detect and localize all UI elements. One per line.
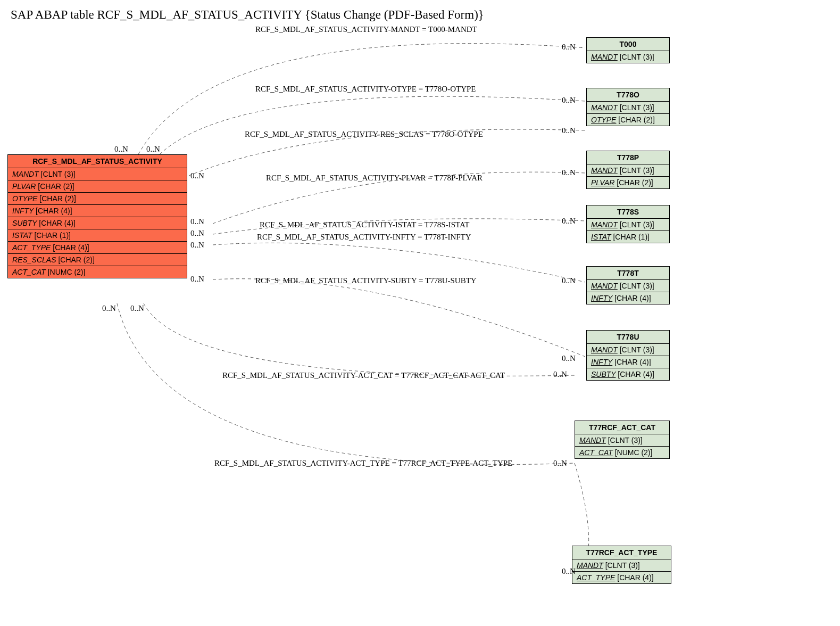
relationship-label: RCF_S_MDL_AF_STATUS_ACTIVITY-ACT_TYPE = …: [214, 459, 512, 468]
entity-target-field: INFTY [CHAR (4)]: [587, 356, 669, 368]
cardinality-label: 0..N: [553, 370, 567, 379]
entity-target-field: MANDT [CLNT (3)]: [587, 344, 669, 356]
entity-target-field: ACT_TYPE [CHAR (4)]: [572, 572, 671, 583]
entity-target: T77RCF_ACT_TYPEMANDT [CLNT (3)]ACT_TYPE …: [572, 546, 671, 584]
entity-target: T000MANDT [CLNT (3)]: [586, 37, 670, 63]
entity-target-field: MANDT [CLNT (3)]: [587, 102, 669, 114]
entity-main-field: INFTY [CHAR (4)]: [8, 205, 187, 217]
connectors-svg: [0, 0, 840, 626]
entity-target-field: MANDT [CLNT (3)]: [587, 219, 669, 231]
entity-target-header: T778U: [587, 331, 669, 344]
entity-main-field: MANDT [CLNT (3)]: [8, 168, 187, 180]
relationship-label: RCF_S_MDL_AF_STATUS_ACTIVITY-OTYPE = T77…: [255, 85, 476, 94]
entity-target: T778OMANDT [CLNT (3)]OTYPE [CHAR (2)]: [586, 88, 670, 126]
relationship-label: RCF_S_MDL_AF_STATUS_ACTIVITY-MANDT = T00…: [255, 25, 477, 34]
cardinality-label: 0..N: [130, 304, 144, 313]
cardinality-label: 0..N: [562, 96, 576, 105]
entity-target-header: T000: [587, 38, 669, 51]
cardinality-label: 0..N: [562, 168, 576, 177]
entity-target-field: OTYPE [CHAR (2)]: [587, 114, 669, 126]
entity-target-field: INFTY [CHAR (4)]: [587, 292, 669, 304]
cardinality-label: 0..N: [562, 276, 576, 285]
cardinality-label: 0..N: [190, 275, 204, 284]
entity-target-field: MANDT [CLNT (3)]: [572, 559, 671, 572]
entity-main: RCF_S_MDL_AF_STATUS_ACTIVITY MANDT [CLNT…: [7, 154, 187, 278]
entity-target: T778UMANDT [CLNT (3)]INFTY [CHAR (4)]SUB…: [586, 330, 670, 381]
entity-target: T778TMANDT [CLNT (3)]INFTY [CHAR (4)]: [586, 266, 670, 304]
relationship-label: RCF_S_MDL_AF_STATUS_ACTIVITY-ACT_CAT = T…: [222, 371, 505, 380]
cardinality-label: 0..N: [102, 304, 116, 313]
cardinality-label: 0..N: [190, 217, 204, 226]
entity-target-field: ACT_CAT [NUMC (2)]: [575, 447, 669, 458]
cardinality-label: 0..N: [562, 43, 576, 52]
entity-target-header: T778O: [587, 88, 669, 102]
entity-target-header: T77RCF_ACT_CAT: [575, 421, 669, 434]
cardinality-label: 0..N: [562, 126, 576, 135]
entity-main-field: ACT_TYPE [CHAR (4)]: [8, 242, 187, 254]
entity-target-field: SUBTY [CHAR (4)]: [587, 368, 669, 380]
relationship-label: RCF_S_MDL_AF_STATUS_ACTIVITY-RES_SCLAS =…: [245, 130, 483, 139]
cardinality-label: 0..N: [190, 171, 204, 180]
entity-target-field: MANDT [CLNT (3)]: [587, 51, 669, 63]
entity-target-field: ISTAT [CHAR (1)]: [587, 231, 669, 243]
entity-target-field: MANDT [CLNT (3)]: [587, 280, 669, 292]
cardinality-label: 0..N: [562, 354, 576, 363]
cardinality-label: 0..N: [553, 459, 567, 468]
entity-target-field: PLVAR [CHAR (2)]: [587, 177, 669, 188]
entity-target-header: T778P: [587, 151, 669, 164]
relationship-label: RCF_S_MDL_AF_STATUS_ACTIVITY-SUBTY = T77…: [255, 276, 477, 285]
entity-target-header: T77RCF_ACT_TYPE: [572, 546, 671, 559]
cardinality-label: 0..N: [562, 217, 576, 226]
entity-target-field: MANDT [CLNT (3)]: [587, 164, 669, 177]
entity-main-field: SUBTY [CHAR (4)]: [8, 217, 187, 229]
cardinality-label: 0..N: [114, 145, 128, 154]
cardinality-label: 0..N: [146, 145, 160, 154]
entity-main-header: RCF_S_MDL_AF_STATUS_ACTIVITY: [8, 155, 187, 168]
page-title: SAP ABAP table RCF_S_MDL_AF_STATUS_ACTIV…: [11, 8, 835, 22]
entity-main-field: RES_SCLAS [CHAR (2)]: [8, 254, 187, 266]
cardinality-label: 0..N: [190, 241, 204, 250]
relationship-label: RCF_S_MDL_AF_STATUS_ACTIVITY-INFTY = T77…: [257, 233, 471, 242]
entity-target: T778SMANDT [CLNT (3)]ISTAT [CHAR (1)]: [586, 205, 670, 243]
entity-main-field: OTYPE [CHAR (2)]: [8, 193, 187, 205]
entity-target-field: MANDT [CLNT (3)]: [575, 434, 669, 447]
relationship-label: RCF_S_MDL_AF_STATUS_ACTIVITY-ISTAT = T77…: [260, 220, 469, 229]
relationship-label: RCF_S_MDL_AF_STATUS_ACTIVITY-PLVAR = T77…: [266, 174, 483, 183]
entity-main-field: ACT_CAT [NUMC (2)]: [8, 266, 187, 278]
cardinality-label: 0..N: [190, 229, 204, 238]
entity-main-field: ISTAT [CHAR (1)]: [8, 229, 187, 242]
cardinality-label: 0..N: [562, 567, 576, 576]
entity-main-field: PLVAR [CHAR (2)]: [8, 180, 187, 193]
entity-target: T77RCF_ACT_CATMANDT [CLNT (3)]ACT_CAT [N…: [575, 421, 670, 459]
entity-target-header: T778T: [587, 267, 669, 280]
entity-target-header: T778S: [587, 205, 669, 219]
entity-target: T778PMANDT [CLNT (3)]PLVAR [CHAR (2)]: [586, 151, 670, 189]
